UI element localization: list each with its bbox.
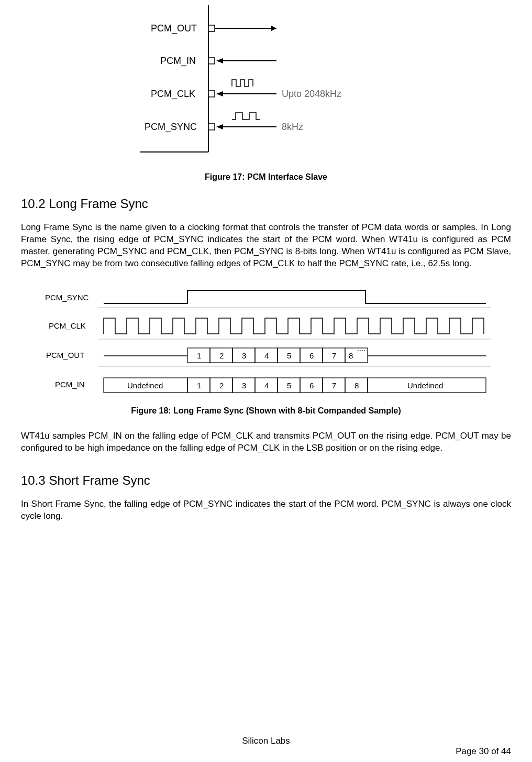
pcm-clk-label: PCM_CLK	[151, 89, 195, 100]
bit: 5	[287, 351, 291, 360]
bit: 2	[219, 381, 224, 390]
pcm-out-label: PCM_OUT	[151, 23, 197, 34]
bit: 8	[354, 381, 359, 390]
t-pcm-in: PCM_IN	[55, 380, 85, 389]
footer-company: Silicon Labs	[0, 736, 532, 746]
pcm-sync-rate: 8kHz	[282, 122, 303, 132]
section-10-2-heading: 10.2 Long Frame Sync	[21, 197, 511, 211]
svg-rect-11	[208, 124, 215, 130]
bit: 4	[264, 381, 269, 390]
bit: 2	[219, 351, 224, 360]
svg-marker-4	[271, 26, 276, 31]
page-number: Page 30 of 44	[456, 746, 511, 757]
pcm-clk-rate: Upto 2048kHz	[282, 89, 341, 99]
t-pcm-sync: PCM_SYNC	[45, 293, 89, 302]
svg-marker-10	[216, 91, 223, 96]
bit: 6	[309, 351, 314, 360]
svg-rect-2	[208, 25, 215, 31]
bit: 8	[349, 351, 353, 360]
section-10-3-paragraph-1: In Short Frame Sync, the falling edge of…	[21, 498, 511, 522]
section-10-3-heading: 10.3 Short Frame Sync	[21, 473, 511, 488]
bit: 4	[264, 351, 269, 360]
figure-17-diagram: PCM_OUT PCM_IN PCM_CLK Upto 2048kHz PCM_…	[119, 5, 413, 165]
bit: 3	[242, 351, 246, 360]
bit: 5	[287, 381, 291, 390]
pcm-sync-label: PCM_SYNC	[145, 122, 197, 133]
bit: 1	[197, 351, 201, 360]
bit: 6	[309, 381, 314, 390]
t-pcm-clk: PCM_CLK	[49, 321, 86, 330]
bit: 7	[332, 351, 336, 360]
section-10-2-paragraph-2: WT41u samples PCM_IN on the falling edge…	[21, 430, 511, 454]
svg-rect-5	[208, 58, 215, 64]
svg-marker-7	[216, 58, 223, 63]
pcm-in-label: PCM_IN	[160, 56, 196, 67]
svg-marker-13	[216, 124, 223, 129]
undefined-label: Undefined	[127, 381, 163, 390]
undefined-label: Undefined	[407, 381, 443, 390]
figure-18-caption: Figure 18: Long Frame Sync (Shown with 8…	[21, 406, 511, 416]
bit: 3	[242, 381, 246, 390]
svg-rect-8	[208, 91, 215, 97]
bit: 7	[332, 381, 336, 390]
t-pcm-out: PCM_OUT	[46, 351, 84, 360]
section-10-2-paragraph-1: Long Frame Sync is the name given to a c…	[21, 222, 511, 270]
bit: 1	[197, 381, 201, 390]
figure-18-diagram: PCM_SYNC PCM_CLK PCM_OUT 1 2 3 4 5 6 7 8…	[30, 282, 502, 400]
figure-17-caption: Figure 17: PCM Interface Slave	[21, 172, 511, 182]
